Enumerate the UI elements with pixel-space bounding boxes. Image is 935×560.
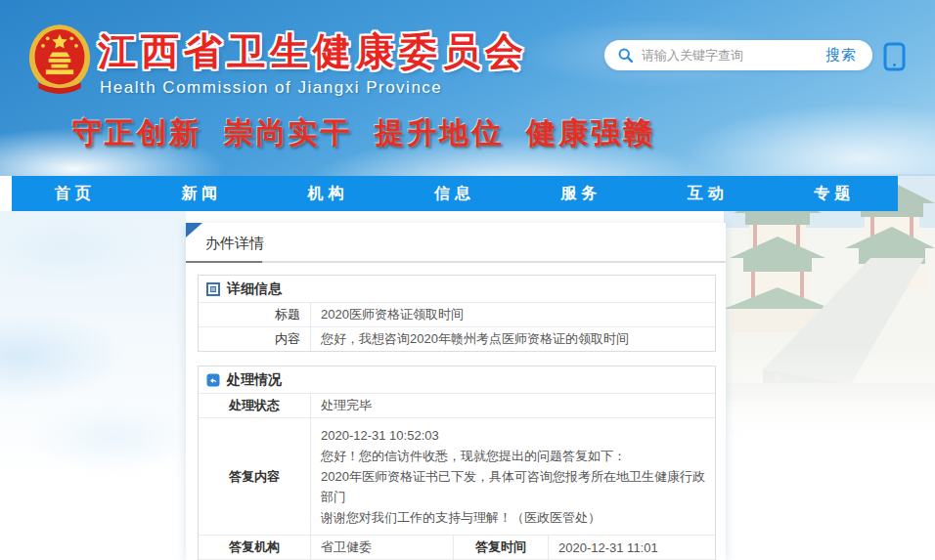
reply-time-value: 2020-12-31 11:01 bbox=[549, 536, 715, 559]
nav-item-special[interactable]: 专题 bbox=[772, 176, 898, 211]
table-row-status: 处理状态 处理完毕 bbox=[199, 393, 715, 417]
table-row-reply-content: 答复内容 2020-12-31 10:52:03 您好！您的信访件收悉，现就您提… bbox=[199, 417, 715, 535]
row-value: 处理完毕 bbox=[311, 394, 715, 417]
tab-underline bbox=[186, 261, 726, 263]
agency-value: 省卫健委 bbox=[311, 536, 454, 559]
process-status-section: 处理情况 处理状态 处理完毕 答复内容 2020-12-31 10:52:03 … bbox=[198, 366, 716, 560]
search-bar: 搜索 bbox=[604, 40, 872, 70]
photo-fade-overlay bbox=[724, 345, 935, 452]
process-section-header: 处理情况 bbox=[199, 366, 715, 393]
search-button[interactable]: 搜索 bbox=[820, 46, 872, 65]
prc-emblem-icon bbox=[27, 22, 92, 98]
clouds-background bbox=[0, 211, 186, 534]
search-input[interactable] bbox=[642, 48, 820, 63]
corner-fold-icon bbox=[186, 223, 202, 237]
pavilion-background-image bbox=[724, 174, 935, 452]
table-row-content: 内容 您好，我想咨询2020年赣州考点医师资格证的领取时间 bbox=[199, 326, 715, 351]
content-panel: 办件详情 详细信息 标题 2020医师资格证领取时间 bbox=[186, 223, 726, 560]
row-label-reply-time: 答复时间 bbox=[454, 536, 549, 559]
detail-section-title: 详细信息 bbox=[227, 280, 282, 298]
national-emblem-logo bbox=[27, 22, 92, 98]
process-section-title: 处理情况 bbox=[227, 371, 282, 389]
row-label-agency: 答复机构 bbox=[199, 536, 311, 559]
nav-item-news[interactable]: 新闻 bbox=[138, 176, 264, 211]
row-label: 处理状态 bbox=[199, 394, 311, 417]
nav-item-home[interactable]: 首页 bbox=[12, 176, 138, 211]
tab-bar: 办件详情 bbox=[186, 223, 726, 253]
table-row-agency-time: 答复机构 省卫健委 答复时间 2020-12-31 11:01 bbox=[199, 535, 715, 559]
nav-item-interact[interactable]: 互动 bbox=[645, 176, 771, 211]
reply-content-text: 2020-12-31 10:52:03 您好！您的信访件收悉，现就您提出的问题答… bbox=[311, 418, 715, 535]
row-label: 答复内容 bbox=[199, 418, 311, 535]
table-row-title: 标题 2020医师资格证领取时间 bbox=[199, 302, 715, 326]
site-header: 江西省卫生健康委员会 Health Commission of Jiangxi … bbox=[0, 0, 935, 176]
site-title: 江西省卫生健康委员会 bbox=[98, 25, 528, 78]
reply-square-icon bbox=[206, 373, 220, 387]
tab-case-detail[interactable]: 办件详情 bbox=[205, 235, 264, 253]
row-value: 您好，我想咨询2020年赣州考点医师资格证的领取时间 bbox=[311, 327, 715, 351]
detail-section-header: 详细信息 bbox=[199, 276, 715, 302]
mobile-version-icon[interactable] bbox=[883, 42, 906, 75]
site-slogan: 守正创新 崇尚实干 提升地位 健康强赣 bbox=[72, 113, 655, 153]
tab-underline-active bbox=[186, 261, 262, 263]
page: 江西省卫生健康委员会 Health Commission of Jiangxi … bbox=[0, 0, 935, 560]
nav-item-service[interactable]: 服务 bbox=[518, 176, 645, 211]
row-value: 2020医师资格证领取时间 bbox=[311, 303, 715, 326]
row-label: 标题 bbox=[199, 303, 311, 326]
sections-wrapper: 详细信息 标题 2020医师资格证领取时间 内容 您好，我想咨询2020年赣州考… bbox=[186, 263, 726, 560]
document-square-icon bbox=[206, 282, 220, 296]
row-label: 内容 bbox=[199, 327, 311, 351]
search-icon bbox=[617, 47, 634, 64]
main-nav: 首页 新闻 机构 信息 服务 互动 专题 bbox=[12, 176, 898, 211]
nav-item-info[interactable]: 信息 bbox=[391, 176, 517, 211]
site-subtitle: Health Commission of Jiangxi Province bbox=[100, 78, 442, 98]
detail-info-section: 详细信息 标题 2020医师资格证领取时间 内容 您好，我想咨询2020年赣州考… bbox=[198, 275, 716, 352]
nav-item-org[interactable]: 机构 bbox=[265, 176, 391, 211]
